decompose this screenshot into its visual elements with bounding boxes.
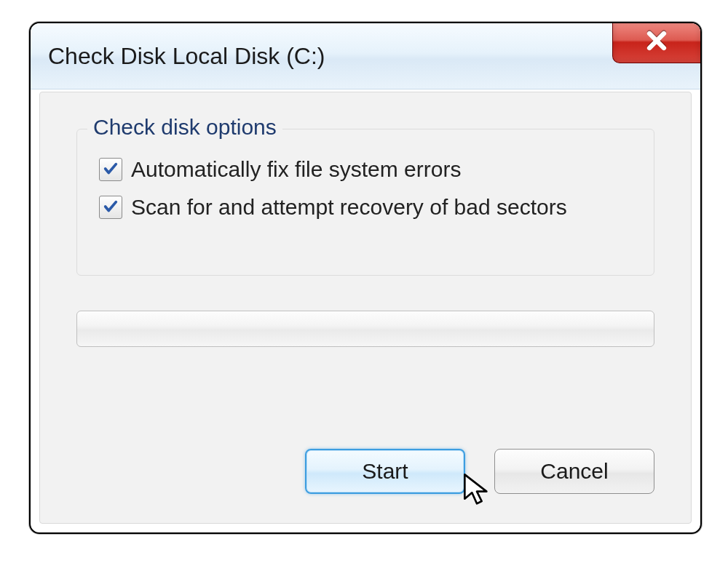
close-button[interactable] (612, 22, 700, 63)
check-disk-options-group: Check disk options Automatically fix fil… (76, 129, 654, 276)
options-list: Automatically fix file system errors Sca… (99, 157, 639, 220)
client-area: Check disk options Automatically fix fil… (39, 92, 692, 524)
cancel-button[interactable]: Cancel (494, 449, 654, 494)
option-scan-bad-sectors[interactable]: Scan for and attempt recovery of bad sec… (99, 195, 639, 220)
option-label: Automatically fix file system errors (131, 157, 461, 182)
group-legend: Check disk options (87, 115, 282, 140)
window-title: Check Disk Local Disk (C:) (31, 43, 325, 70)
checkmark-icon (103, 157, 119, 182)
check-disk-dialog: Check Disk Local Disk (C:) Check disk op… (29, 22, 702, 534)
close-icon (644, 28, 669, 56)
start-button[interactable]: Start (305, 449, 465, 494)
option-label: Scan for and attempt recovery of bad sec… (131, 195, 567, 220)
titlebar[interactable]: Check Disk Local Disk (C:) (31, 23, 700, 89)
checkmark-icon (103, 195, 119, 220)
button-row: Start Cancel (305, 449, 654, 494)
option-auto-fix-errors[interactable]: Automatically fix file system errors (99, 157, 639, 182)
checkbox-auto-fix[interactable] (99, 158, 122, 181)
progress-bar (76, 311, 654, 347)
checkbox-scan-sectors[interactable] (99, 196, 122, 219)
